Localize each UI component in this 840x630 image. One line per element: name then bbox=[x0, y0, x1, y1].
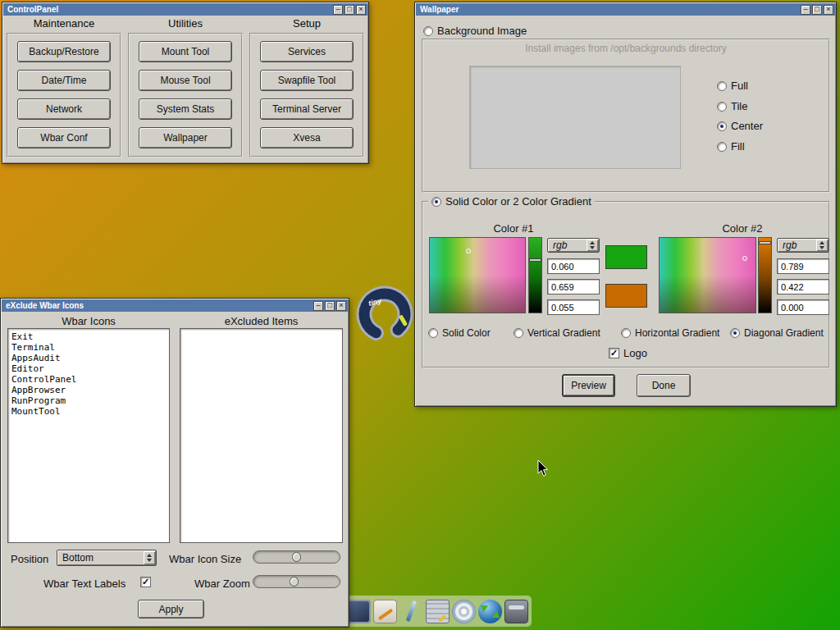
close-icon[interactable]: × bbox=[824, 5, 833, 15]
color1-label: Color #1 bbox=[468, 222, 559, 235]
diagonal-gradient-radio[interactable]: Diagonal Gradient bbox=[730, 327, 824, 339]
wbar-zoom-slider[interactable] bbox=[253, 575, 340, 588]
color2-r-input[interactable] bbox=[777, 258, 829, 274]
editor-icon[interactable] bbox=[373, 600, 397, 623]
minimize-icon[interactable]: – bbox=[801, 5, 810, 15]
minimize-icon[interactable]: – bbox=[313, 301, 323, 311]
radio-circle-icon bbox=[621, 328, 631, 338]
radio-label: Solid Color bbox=[442, 327, 491, 339]
column-group: Backup/Restore Date/Time Network Wbar Co… bbox=[7, 33, 121, 158]
swapfile-tool-button[interactable]: Swapfile Tool bbox=[260, 70, 354, 91]
solid-color-radio[interactable]: Solid Color bbox=[428, 327, 491, 339]
wbar-conf-button[interactable]: Wbar Conf bbox=[17, 127, 111, 148]
mode-center-radio[interactable]: Center bbox=[717, 120, 763, 132]
maximize-icon[interactable]: □ bbox=[325, 301, 335, 311]
color2-space-choice[interactable]: rgb bbox=[777, 238, 829, 253]
mouse-tool-button[interactable]: Mouse Tool bbox=[139, 70, 232, 91]
backup-restore-button[interactable]: Backup/Restore bbox=[17, 41, 111, 62]
excluded-items-list[interactable] bbox=[180, 328, 343, 543]
radio-label: Vertical Gradient bbox=[527, 327, 600, 339]
list-item[interactable]: MountTool bbox=[11, 406, 166, 417]
list-item[interactable]: AppBrowser bbox=[11, 385, 166, 395]
background-image-listbox[interactable] bbox=[469, 66, 681, 169]
radio-circle-icon bbox=[730, 328, 740, 338]
color1-r-input[interactable] bbox=[547, 258, 600, 274]
list-item[interactable]: Exit bbox=[11, 331, 166, 342]
wbar-text-labels-label: Wbar Text Labels bbox=[43, 578, 126, 590]
titlebar-controlpanel[interactable]: ControlPanel – □ × bbox=[3, 3, 368, 16]
radio-label: Diagonal Gradient bbox=[744, 327, 824, 339]
mode-fill-radio[interactable]: Fill bbox=[717, 140, 745, 153]
radio-label: Center bbox=[731, 120, 763, 132]
titlebar-wallpaper[interactable]: Wallpaper – □ × bbox=[416, 3, 835, 16]
slider-marker-icon[interactable] bbox=[529, 258, 541, 262]
mode-full-radio[interactable]: Full bbox=[717, 80, 748, 92]
window-title: eXclude Wbar Icons bbox=[3, 301, 312, 310]
column-header: Utilities bbox=[128, 17, 243, 33]
radio-circle-icon bbox=[514, 328, 523, 338]
titlebar-exclude-wbar[interactable]: eXclude Wbar Icons – □ × bbox=[2, 299, 348, 312]
background-image-radio[interactable]: Background Image bbox=[423, 25, 527, 37]
column-header: Setup bbox=[249, 17, 364, 33]
minimize-icon[interactable]: – bbox=[333, 5, 343, 15]
solid-color-gradient-radio[interactable]: Solid Color or 2 Color Gradient bbox=[428, 195, 595, 208]
color1-space-choice[interactable]: rgb bbox=[547, 238, 600, 253]
color1-g-input[interactable] bbox=[547, 279, 600, 294]
radio-label: Fill bbox=[731, 140, 745, 153]
list-item[interactable]: Editor bbox=[11, 363, 166, 374]
slider-marker-icon[interactable] bbox=[759, 241, 771, 244]
close-icon[interactable]: × bbox=[356, 5, 366, 15]
list-item[interactable]: ControlPanel bbox=[11, 374, 166, 385]
color1-value-slider[interactable] bbox=[528, 237, 542, 313]
wbar-icon-size-slider[interactable] bbox=[253, 550, 340, 564]
list-item[interactable]: RunProgram bbox=[11, 395, 166, 406]
network-button[interactable]: Network bbox=[17, 98, 111, 120]
color2-picker[interactable] bbox=[659, 237, 756, 313]
radio-circle-icon bbox=[423, 26, 433, 36]
apply-button[interactable]: Apply bbox=[138, 600, 204, 619]
date-time-button[interactable]: Date/Time bbox=[17, 70, 111, 91]
list-item[interactable]: AppsAudit bbox=[11, 353, 166, 363]
xvesa-button[interactable]: Xvesa bbox=[260, 127, 354, 148]
picker-marker-icon[interactable] bbox=[466, 249, 471, 253]
controlpanel-columns: Maintenance Backup/Restore Date/Time Net… bbox=[7, 17, 364, 158]
logo-checkbox[interactable]: ✓ Logo bbox=[609, 347, 647, 359]
color1-b-input[interactable] bbox=[547, 299, 600, 315]
background-image-group: Install images from /opt/backgrounds dir… bbox=[422, 39, 830, 193]
wbar-text-labels-checkbox[interactable]: ✓ bbox=[140, 577, 151, 587]
slider-handle[interactable] bbox=[290, 577, 299, 587]
color2-g-input[interactable] bbox=[777, 279, 829, 294]
network-icon[interactable] bbox=[478, 600, 502, 623]
slider-handle[interactable] bbox=[292, 552, 301, 562]
preview-button[interactable]: Preview bbox=[562, 374, 615, 397]
color2-value-slider[interactable] bbox=[758, 237, 772, 313]
radio-circle-icon bbox=[431, 197, 441, 207]
column-maintenance: Maintenance Backup/Restore Date/Time Net… bbox=[7, 17, 121, 158]
vertical-gradient-radio[interactable]: Vertical Gradient bbox=[514, 327, 600, 339]
mode-tile-radio[interactable]: Tile bbox=[717, 100, 747, 112]
done-button[interactable]: Done bbox=[637, 374, 691, 397]
close-icon[interactable]: × bbox=[336, 301, 346, 311]
color2-b-input[interactable] bbox=[777, 299, 829, 315]
pen-icon[interactable] bbox=[399, 600, 423, 623]
wallpaper-button[interactable]: Wallpaper bbox=[139, 127, 232, 148]
position-choice[interactable]: Bottom bbox=[57, 550, 157, 566]
list-item[interactable]: Terminal bbox=[11, 342, 166, 353]
mount-tool-button[interactable]: Mount Tool bbox=[139, 41, 232, 62]
picker-marker-icon[interactable] bbox=[742, 256, 747, 261]
column-group: Mount Tool Mouse Tool System Stats Wallp… bbox=[128, 33, 243, 158]
apps-icon[interactable] bbox=[426, 600, 450, 623]
tinycore-logo: tiny bbox=[354, 285, 415, 345]
cd-icon[interactable] bbox=[452, 600, 476, 623]
terminal-server-button[interactable]: Terminal Server bbox=[260, 98, 354, 120]
color1-picker[interactable] bbox=[429, 237, 526, 313]
horizontal-gradient-radio[interactable]: Horizontal Gradient bbox=[621, 327, 719, 339]
system-stats-button[interactable]: System Stats bbox=[139, 98, 232, 120]
wbar-icons-list[interactable]: Exit Terminal AppsAudit Editor ControlPa… bbox=[7, 328, 170, 543]
checkbox-icon: ✓ bbox=[609, 348, 619, 358]
maximize-icon[interactable]: □ bbox=[345, 5, 354, 15]
maximize-icon[interactable]: □ bbox=[812, 5, 822, 15]
services-button[interactable]: Services bbox=[260, 41, 354, 62]
terminal-icon[interactable] bbox=[347, 600, 371, 623]
drive-icon[interactable] bbox=[504, 600, 528, 623]
